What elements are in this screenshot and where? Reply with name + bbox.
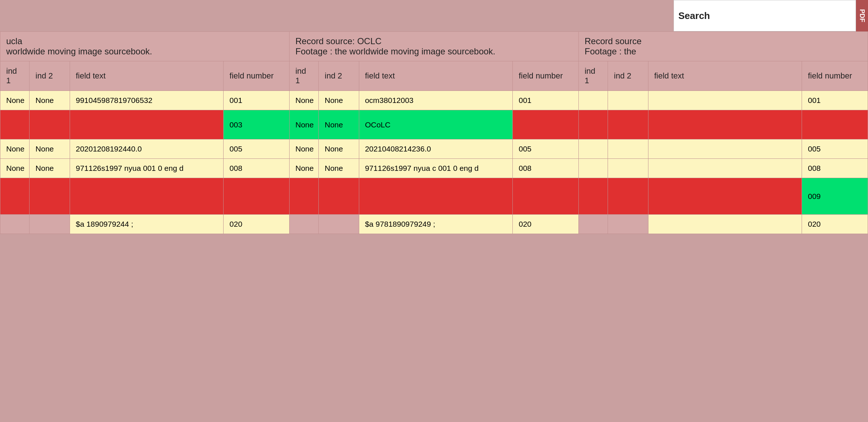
cell-ind1 xyxy=(0,178,30,215)
pdf-tab[interactable]: PDF xyxy=(856,0,868,31)
cell-fieldnum-mid: 001 xyxy=(513,91,579,110)
cell-ind2-right xyxy=(608,215,648,234)
cell-fieldnum-right xyxy=(802,110,868,139)
record-left-source2: worldwide moving image sourcebook. xyxy=(6,46,283,57)
cell-ind2-right xyxy=(608,110,648,139)
cell-fieldtext-right xyxy=(648,178,802,215)
cell-fieldnum xyxy=(224,178,290,215)
cell-ind2: None xyxy=(30,159,70,178)
cell-fieldtext: 971126s1997 nyua 001 0 eng d xyxy=(70,159,224,178)
cell-ind2 xyxy=(30,178,70,215)
col-header-fieldnum-mid: field number xyxy=(513,61,579,91)
col-header-ind2-left: ind 2 xyxy=(30,61,70,91)
cell-fieldnum: 005 xyxy=(224,139,290,159)
table-row: None None 99104598781970​6532 001 None N… xyxy=(0,91,868,110)
cell-fieldtext-mid: 971126s1997 nyua c 001 0 eng d xyxy=(359,159,513,178)
cell-ind2: None xyxy=(30,139,70,159)
cell-ind1-right xyxy=(578,215,608,234)
cell-ind1-mid: None xyxy=(289,110,318,139)
cell-fieldtext: $a 1890979244 ; xyxy=(70,215,224,234)
cell-fieldnum-mid: 020 xyxy=(513,215,579,234)
cell-ind1-mid xyxy=(289,178,318,215)
cell-fieldtext-right xyxy=(648,139,802,159)
cell-ind1: None xyxy=(0,91,30,110)
cell-fieldtext-mid: ocm38012003 xyxy=(359,91,513,110)
cell-fieldnum: 020 xyxy=(224,215,290,234)
cell-fieldtext-mid: 20210408214236.0 xyxy=(359,139,513,159)
col-header-ind2-mid: ind 2 xyxy=(319,61,359,91)
cell-fieldtext-right xyxy=(648,110,802,139)
cell-fieldtext xyxy=(70,178,224,215)
cell-ind1-right xyxy=(578,178,608,215)
cell-ind1: None xyxy=(0,159,30,178)
cell-ind2-right xyxy=(608,139,648,159)
cell-ind1-mid: None xyxy=(289,139,318,159)
cell-ind2-mid: None xyxy=(319,91,359,110)
cell-fieldnum-right: 020 xyxy=(802,215,868,234)
search-label: Search xyxy=(678,10,710,22)
cell-fieldnum: 001 xyxy=(224,91,290,110)
cell-ind2 xyxy=(30,215,70,234)
cell-fieldtext: 99104598781970​6532 xyxy=(70,91,224,110)
col-header-fieldnum-left: field number xyxy=(224,61,290,91)
record-right-source2: Footage : the xyxy=(585,46,862,57)
cell-ind2-mid xyxy=(319,178,359,215)
col-header-ind2-right: ind 2 xyxy=(608,61,648,91)
cell-ind1-mid xyxy=(289,215,318,234)
record-right-source1: Record source xyxy=(585,36,862,46)
table-row: None None 20201208192440.0 005 None None… xyxy=(0,139,868,159)
col-header-fieldnum-right: field number xyxy=(802,61,868,91)
cell-fieldtext: 20201208192440.0 xyxy=(70,139,224,159)
cell-fieldnum-right: 009 xyxy=(802,178,868,215)
cell-fieldnum-right: 008 xyxy=(802,159,868,178)
cell-fieldnum-mid xyxy=(513,178,579,215)
cell-ind2 xyxy=(30,110,70,139)
cell-ind2-mid: None xyxy=(319,159,359,178)
cell-ind1-mid: None xyxy=(289,159,318,178)
cell-fieldtext xyxy=(70,110,224,139)
cell-fieldtext-right xyxy=(648,159,802,178)
table-row: $a 1890979244 ; 020 $a 9781890979249 ; 0… xyxy=(0,215,868,234)
table-row: 003 None None OCoLC xyxy=(0,110,868,139)
cell-ind1 xyxy=(0,215,30,234)
col-header-ind1-right: ind 1 xyxy=(578,61,608,91)
record-mid-source1: Record source: OCLC xyxy=(295,36,573,46)
record-left-source1: ucla xyxy=(6,36,283,46)
col-header-ind1-mid: ind 1 xyxy=(289,61,318,91)
cell-ind2-right xyxy=(608,159,648,178)
cell-fieldnum: 003 xyxy=(224,110,290,139)
cell-ind2-mid: None xyxy=(319,110,359,139)
cell-ind2-mid xyxy=(319,215,359,234)
cell-fieldtext-right xyxy=(648,91,802,110)
search-box[interactable]: Search xyxy=(674,0,856,31)
cell-fieldtext-mid: $a 9781890979249 ; xyxy=(359,215,513,234)
cell-ind2: None xyxy=(30,91,70,110)
table-row: 009 xyxy=(0,178,868,215)
cell-ind1-right xyxy=(578,139,608,159)
cell-ind2-mid: None xyxy=(319,139,359,159)
record-header-row: ucla worldwide moving image sourcebook. … xyxy=(0,32,868,61)
cell-fieldtext-right xyxy=(648,215,802,234)
record-mid-source2: Footage : the worldwide moving image sou… xyxy=(295,46,573,57)
cell-fieldtext-mid xyxy=(359,178,513,215)
cell-ind1-right xyxy=(578,110,608,139)
cell-ind1-right xyxy=(578,91,608,110)
cell-fieldnum: 008 xyxy=(224,159,290,178)
cell-fieldnum-mid xyxy=(513,110,579,139)
cell-fieldnum-mid: 005 xyxy=(513,139,579,159)
cell-fieldnum-right: 005 xyxy=(802,139,868,159)
column-header-row: ind 1 ind 2 field text field number ind … xyxy=(0,61,868,91)
cell-ind1: None xyxy=(0,139,30,159)
cell-ind1 xyxy=(0,110,30,139)
cell-fieldnum-right: 001 xyxy=(802,91,868,110)
col-header-ind1-left: ind 1 xyxy=(0,61,30,91)
table-row: None None 971126s1997 nyua 001 0 eng d 0… xyxy=(0,159,868,178)
col-header-fieldtext-right: field text xyxy=(648,61,802,91)
cell-ind1-right xyxy=(578,159,608,178)
col-header-fieldtext-left: field text xyxy=(70,61,224,91)
cell-fieldtext-mid: OCoLC xyxy=(359,110,513,139)
cell-ind2-right xyxy=(608,178,648,215)
cell-ind2-right xyxy=(608,91,648,110)
col-header-fieldtext-mid: field text xyxy=(359,61,513,91)
search-input[interactable] xyxy=(713,11,851,20)
